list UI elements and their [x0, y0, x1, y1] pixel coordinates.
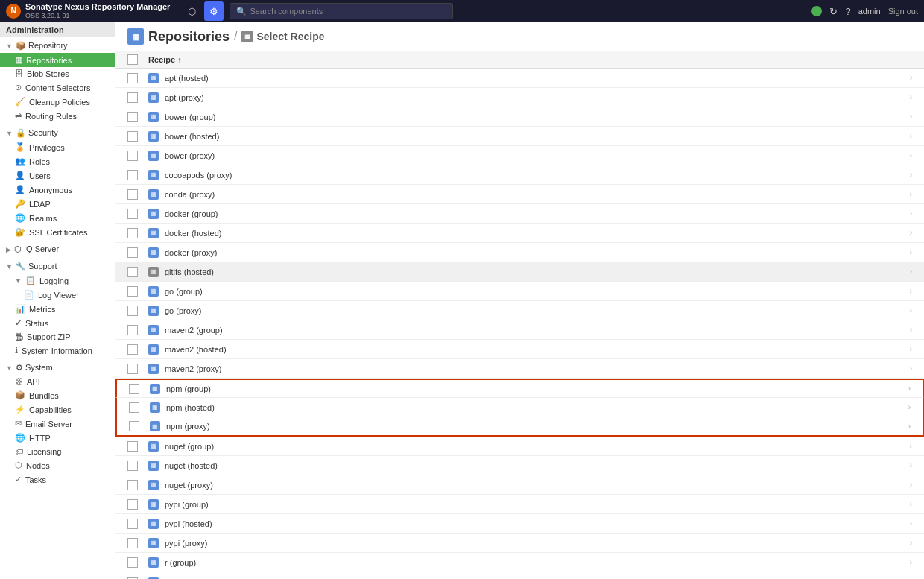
table-row[interactable]: ▦ conda (proxy) ›	[116, 185, 924, 204]
table-row[interactable]: ▦ maven2 (hosted) ›	[116, 340, 924, 359]
sidebar-item-anonymous[interactable]: 👤 Anonymous	[0, 183, 115, 197]
table-row[interactable]: ▦ gitlfs (hosted) ›	[116, 262, 924, 282]
sidebar-group-security-label: 🔒 Security	[16, 128, 58, 138]
row-checkbox[interactable]	[129, 384, 139, 394]
sidebar-item-email-server[interactable]: ✉ Email Server	[0, 417, 115, 431]
row-checkbox[interactable]	[127, 344, 138, 355]
table-row[interactable]: ▦ r (group) ›	[116, 553, 924, 572]
row-checkbox[interactable]	[127, 557, 138, 568]
table-row[interactable]: ▦ pypi (proxy) ›	[116, 534, 924, 553]
sidebar-group-security-header[interactable]: 🔒 Security	[0, 126, 115, 140]
sidebar-item-repositories[interactable]: ▦ Repositories	[0, 53, 115, 67]
table-row[interactable]: ▦ maven2 (proxy) ›	[116, 359, 924, 379]
sidebar-item-blob-stores[interactable]: 🗄 Blob Stores	[0, 67, 115, 80]
row-nav-chevron: ›	[910, 558, 912, 566]
sidebar-item-routing-rules[interactable]: ⇌ Routing Rules	[0, 109, 115, 123]
table-row[interactable]: ▦ maven2 (group) ›	[116, 320, 924, 340]
table-row[interactable]: ▦ cocoapods (proxy) ›	[116, 165, 924, 185]
row-checkbox[interactable]	[127, 325, 138, 335]
sidebar-item-capabilities[interactable]: ⚡ Capabilities	[0, 402, 115, 417]
table-row[interactable]: ▦ docker (hosted) ›	[116, 224, 924, 243]
sidebar-item-ldap[interactable]: 🔑 LDAP	[0, 197, 115, 211]
sign-out-button[interactable]: Sign out	[888, 7, 918, 16]
row-checkbox[interactable]	[127, 112, 138, 122]
sidebar-item-bundles[interactable]: 📦 Bundles	[0, 388, 115, 402]
sidebar-item-status[interactable]: ✔ Status	[0, 316, 115, 330]
table-row[interactable]: ▦ bower (hosted) ›	[116, 127, 924, 146]
row-checkbox[interactable]	[129, 402, 139, 413]
sidebar-item-users[interactable]: 👤 Users	[0, 168, 115, 183]
refresh-icon[interactable]: ↻	[829, 6, 838, 17]
sidebar-group-repository-header[interactable]: 📦 Repository	[0, 39, 115, 53]
table-row[interactable]: ▦ pypi (hosted) ›	[116, 514, 924, 534]
sidebar-item-licensing[interactable]: 🏷 Licensing	[0, 445, 115, 458]
sidebar-group-system-header[interactable]: ⚙ System	[0, 361, 115, 375]
row-checkbox[interactable]	[127, 131, 138, 142]
row-type-icon: ▦	[148, 325, 159, 335]
row-nav-chevron: ›	[908, 385, 911, 393]
row-checkbox[interactable]	[127, 461, 138, 471]
table-row[interactable]: ▦ bower (group) ›	[116, 107, 924, 127]
table-row[interactable]: ▦ apt (hosted) ›	[116, 69, 924, 88]
main-content: ▦ Repositories / ▦ Select Recipe Recipe …	[116, 22, 924, 579]
row-checkbox[interactable]	[127, 267, 138, 277]
row-checkbox[interactable]	[127, 499, 138, 510]
table-row[interactable]: ▦ nuget (proxy) ›	[116, 475, 924, 495]
search-bar[interactable]: 🔍 Search components	[230, 3, 453, 19]
table-row[interactable]: ▦ r (hosted) ›	[116, 572, 924, 579]
row-checkbox[interactable]	[127, 577, 138, 580]
row-checkbox[interactable]	[127, 364, 138, 374]
row-checkbox[interactable]	[127, 209, 138, 219]
sidebar-item-system-info[interactable]: ℹ System Information	[0, 344, 115, 358]
table-row[interactable]: ▦ go (group) ›	[116, 282, 924, 301]
row-checkbox[interactable]	[127, 189, 138, 200]
sidebar-item-api[interactable]: ⛓ API	[0, 375, 115, 388]
table-row[interactable]: ▦ go (proxy) ›	[116, 301, 924, 320]
sidebar-item-support-zip[interactable]: 🗜 Support ZIP	[0, 330, 115, 344]
table-row[interactable]: ▦ npm (proxy) ›	[116, 417, 924, 437]
sidebar-item-privileges[interactable]: 🏅 Privileges	[0, 140, 115, 154]
select-all-checkbox[interactable]	[127, 54, 138, 65]
help-icon[interactable]: ?	[845, 6, 850, 17]
sidebar-item-http[interactable]: 🌐 HTTP	[0, 431, 115, 445]
sidebar-item-logging[interactable]: 📋 Logging	[0, 273, 115, 288]
table-row[interactable]: ▦ npm (hosted) ›	[116, 398, 924, 417]
sidebar-item-realms[interactable]: 🌐 Realms	[0, 211, 115, 225]
sidebar-item-nodes[interactable]: ⬡ Nodes	[0, 458, 115, 472]
row-checkbox[interactable]	[127, 480, 138, 490]
table-row[interactable]: ▦ bower (proxy) ›	[116, 146, 924, 165]
table-row[interactable]: ▦ docker (group) ›	[116, 204, 924, 224]
table-row[interactable]: ▦ nuget (hosted) ›	[116, 456, 924, 475]
table-row[interactable]: ▦ nuget (group) ›	[116, 437, 924, 456]
table-row[interactable]: ▦ npm (group) ›	[116, 379, 924, 398]
sidebar-item-cleanup-policies[interactable]: 🧹 Cleanup Policies	[0, 95, 115, 109]
row-checkbox[interactable]	[127, 247, 138, 258]
blob-stores-icon: 🗄	[15, 69, 23, 78]
sidebar-item-log-viewer[interactable]: 📄 Log Viewer	[0, 288, 115, 302]
settings-icon-btn[interactable]: ⚙	[204, 1, 224, 21]
row-checkbox[interactable]	[127, 441, 138, 452]
row-checkbox[interactable]	[127, 151, 138, 161]
row-checkbox[interactable]	[127, 92, 138, 103]
row-checkbox[interactable]	[127, 73, 138, 83]
table-row[interactable]: ▦ apt (proxy) ›	[116, 88, 924, 107]
row-checkbox[interactable]	[127, 538, 138, 548]
dashboard-icon-btn[interactable]: ⬡	[182, 1, 201, 21]
table-row[interactable]: ▦ pypi (group) ›	[116, 495, 924, 514]
row-checkbox[interactable]	[127, 519, 138, 529]
sidebar-group-support-header[interactable]: 🔧 Support	[0, 259, 115, 273]
row-checkbox[interactable]	[127, 306, 138, 316]
sidebar-item-content-selectors[interactable]: ⊙ Content Selectors	[0, 80, 115, 95]
row-checkbox[interactable]	[129, 421, 139, 431]
sidebar-group-iq-header[interactable]: ⬡ IQ Server	[0, 242, 115, 256]
row-checkbox[interactable]	[127, 228, 138, 238]
row-checkbox-area	[127, 267, 142, 277]
sidebar-item-roles[interactable]: 👥 Roles	[0, 154, 115, 168]
sidebar-item-ssl[interactable]: 🔐 SSL Certificates	[0, 225, 115, 239]
sidebar-item-tasks[interactable]: ✓ Tasks	[0, 472, 115, 487]
row-checkbox[interactable]	[127, 170, 138, 180]
sidebar-item-metrics[interactable]: 📊 Metrics	[0, 302, 115, 316]
row-checkbox-area	[127, 73, 142, 83]
row-checkbox[interactable]	[127, 286, 138, 297]
table-row[interactable]: ▦ docker (proxy) ›	[116, 243, 924, 262]
